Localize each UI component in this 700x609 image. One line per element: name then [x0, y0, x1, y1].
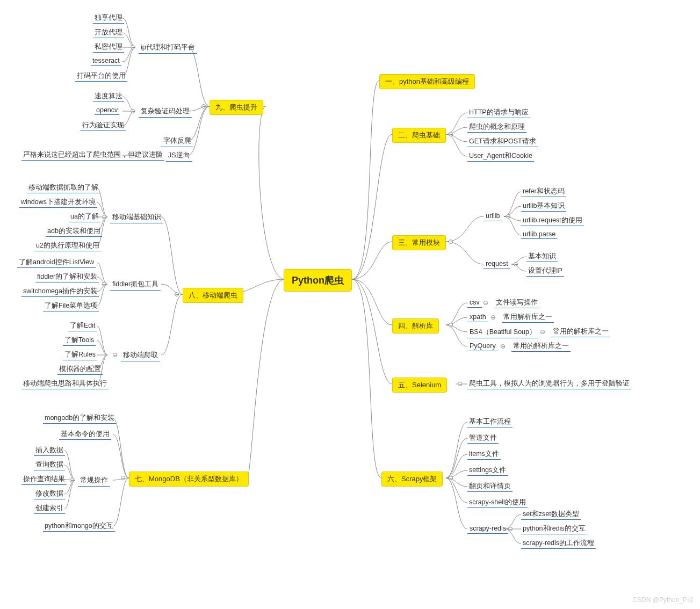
b3-request-item[interactable]: 基本知识 [526, 251, 558, 262]
b6-redis-item[interactable]: set和zset数据类型 [521, 509, 581, 520]
b6-item[interactable]: settings文件 [467, 465, 508, 476]
b9-g1-item[interactable]: 开放代理 [93, 27, 124, 38]
b9-g1-item[interactable]: 独享代理 [93, 13, 124, 24]
b6-redis-item[interactable]: scrapy-redis的工作流程 [521, 538, 596, 549]
expand-dot[interactable] [70, 478, 74, 482]
b9-g4[interactable]: JS逆向 [166, 150, 192, 162]
expand-dot[interactable] [201, 104, 206, 108]
b8-g3-item[interactable]: 模拟器的配置 [57, 364, 103, 375]
b9-g1-item[interactable]: tesseract [91, 56, 121, 66]
b7-ops-item[interactable]: 修改数据 [34, 489, 65, 499]
expand-dot[interactable] [506, 214, 510, 219]
branch-9[interactable]: 九、爬虫提升 [210, 100, 263, 115]
b8-g3-item[interactable]: 了解Edit [68, 321, 97, 331]
b9-g1[interactable]: ip代理和打码平台 [139, 42, 197, 54]
branch-1[interactable]: 一、python基础和高级编程 [379, 74, 475, 89]
b6-item[interactable]: items文件 [467, 449, 501, 460]
expand-dot[interactable] [540, 330, 545, 334]
b4-v2[interactable]: 常用的解析库之一 [551, 327, 610, 337]
branch-7[interactable]: 七、MongoDB（非关系型数据库） [129, 472, 249, 487]
branch-4[interactable]: 四、解析库 [392, 318, 439, 334]
b4-k0[interactable]: csv [467, 298, 482, 308]
b9-g2-item[interactable]: 行为验证实现 [81, 120, 126, 131]
b6-redis-item[interactable]: python和redis的交互 [521, 524, 587, 534]
b6-item[interactable]: 管道文件 [467, 433, 499, 444]
branch-3[interactable]: 三、常用模块 [392, 235, 446, 250]
expand-dot[interactable] [102, 215, 106, 219]
expand-dot[interactable] [175, 292, 179, 296]
b8-g1-item[interactable]: ua的了解 [69, 212, 100, 222]
b4-k1[interactable]: xpath [467, 312, 488, 322]
b8-g1-item[interactable]: adb的安装和使用 [46, 226, 102, 237]
expand-dot[interactable] [508, 527, 513, 531]
expand-dot[interactable] [113, 353, 117, 357]
expand-dot[interactable] [102, 282, 106, 286]
b6-item[interactable]: 翻页和详情页 [467, 481, 513, 492]
b9-g2-item[interactable]: 速度算法 [93, 91, 124, 102]
branch-6[interactable]: 六、Scrapy框架 [381, 472, 443, 487]
b8-g2-item[interactable]: 了解File菜单选项 [43, 301, 99, 311]
b6-redis[interactable]: scrapy-redis [467, 524, 508, 534]
branch-8[interactable]: 八、移动端爬虫 [183, 288, 243, 303]
expand-dot[interactable] [458, 382, 462, 386]
b8-g2-item[interactable]: switchomega插件的安装 [21, 286, 99, 297]
b4-v3[interactable]: 常用的解析库之一 [511, 341, 571, 352]
b7-ops[interactable]: 常规操作 [78, 475, 110, 487]
b9-g1-item[interactable]: 打码平台的使用 [75, 71, 127, 82]
b7-ops-item[interactable]: 创建索引 [34, 503, 65, 514]
branch-5[interactable]: 五、Selenium [392, 378, 447, 393]
b3-urllib-item[interactable]: urllib.request的使用 [521, 215, 584, 226]
center-topic[interactable]: Python爬虫 [284, 269, 352, 292]
b8-g3-item[interactable]: 了解Rules [63, 350, 97, 360]
b8-g2-item[interactable]: fiddler的了解和安装 [35, 272, 99, 282]
expand-dot[interactable] [491, 315, 495, 320]
b8-g2[interactable]: fiddler抓包工具 [110, 279, 161, 291]
b7-ops-item[interactable]: 操作查询结果 [21, 474, 67, 485]
expand-dot[interactable] [449, 476, 453, 480]
expand-dot[interactable] [501, 344, 505, 349]
b7-top[interactable]: mongodb的了解和安装 [43, 413, 116, 424]
b3-urllib-item[interactable]: urllib基本知识 [521, 201, 566, 212]
b4-k3[interactable]: PyQuery [467, 341, 498, 351]
b4-v1[interactable]: 常用解析库之一 [502, 312, 554, 323]
b5-desc[interactable]: 爬虫工具，模拟人为的浏览器行为，多用于登陆验证 [467, 379, 631, 389]
b2-item[interactable]: HTTP的请求与响应 [467, 107, 530, 118]
expand-dot[interactable] [131, 45, 135, 49]
b4-v0[interactable]: 文件读写操作 [494, 298, 539, 308]
b8-g1-item[interactable]: u2的执行原理和使用 [34, 241, 101, 251]
b2-item[interactable]: GET请求和POST请求 [467, 136, 538, 147]
expand-dot[interactable] [514, 262, 518, 266]
b8-g1-item[interactable]: windows下搭建开发环境 [19, 197, 97, 208]
expand-dot[interactable] [131, 109, 135, 113]
b9-g2[interactable]: 复杂验证码处理 [139, 106, 192, 118]
b7-ops-item[interactable]: 插入数据 [34, 445, 65, 456]
expand-dot[interactable] [121, 476, 125, 480]
b9-g1-item[interactable]: 私密代理 [93, 42, 124, 53]
b8-g3[interactable]: 移动端爬取 [121, 350, 160, 361]
b7-top[interactable]: 基本命令的使用 [59, 429, 111, 440]
b3-request-item[interactable]: 设置代理IP [526, 266, 564, 277]
b9-g3[interactable]: 字体反爬 [161, 135, 193, 147]
b6-item[interactable]: 基本工作流程 [467, 417, 513, 427]
b8-g2-item[interactable]: 了解android控件ListView [17, 257, 96, 268]
b9-g4-note[interactable]: 严格来说这已经超出了爬虫范围，但建议进阶 [21, 150, 164, 161]
b2-item[interactable]: 爬虫的概念和原理 [467, 122, 526, 133]
expand-dot[interactable] [483, 301, 488, 305]
b8-g1[interactable]: 移动端基础知识 [110, 212, 163, 223]
b2-item[interactable]: User_Agent和Cookie [467, 151, 534, 162]
b4-k2[interactable]: BS4（Beatiful Soup） [467, 327, 538, 338]
b7-bottom[interactable]: python和mongo的交互 [43, 521, 115, 532]
b7-ops-item[interactable]: 查询数据 [34, 460, 65, 470]
b3-urllib[interactable]: urllib [483, 211, 502, 221]
branch-2[interactable]: 二、爬虫基础 [392, 128, 446, 143]
b8-g1-item[interactable]: 移动端数据抓取的了解 [27, 183, 100, 193]
b9-g2-item[interactable]: opencv [95, 106, 119, 115]
b6-item[interactable]: scrapy-shell的使用 [467, 497, 528, 508]
expand-dot[interactable] [449, 132, 453, 136]
b3-urllib-item[interactable]: refer和状态码 [521, 186, 566, 197]
expand-dot[interactable] [449, 240, 453, 244]
b3-urllib-item[interactable]: urllib.parse [521, 230, 557, 239]
b8-g3-item[interactable]: 了解Tools [63, 335, 96, 346]
expand-dot[interactable] [449, 323, 453, 327]
b3-request[interactable]: request [483, 259, 510, 269]
